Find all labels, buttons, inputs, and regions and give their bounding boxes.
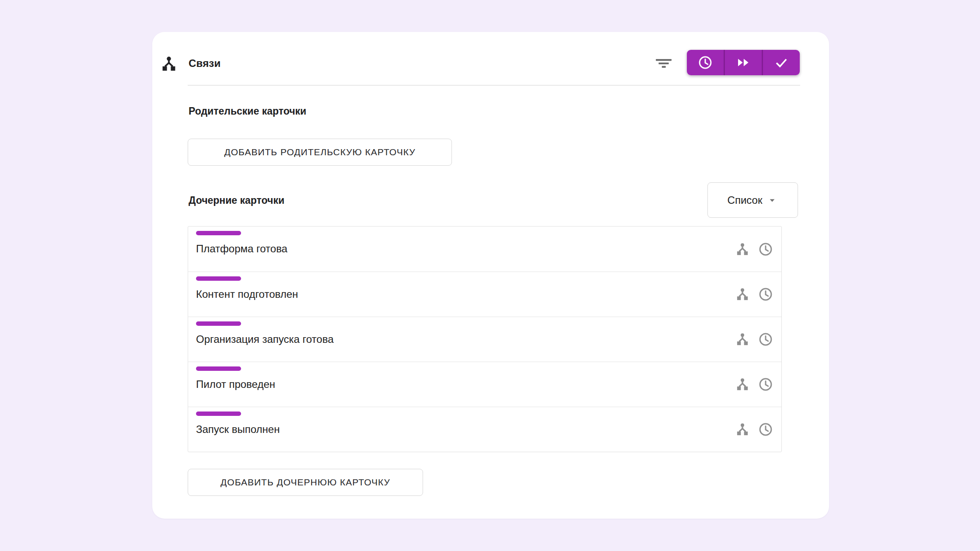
- page-title: Связи: [189, 57, 220, 70]
- card-indicators: [735, 377, 774, 392]
- relations-icon: [735, 332, 749, 346]
- view-mode-dropdown[interactable]: Список: [707, 182, 798, 218]
- child-card-row[interactable]: Платформа готова: [188, 227, 781, 272]
- clock-icon: [758, 331, 774, 347]
- filter-button[interactable]: [652, 54, 675, 73]
- card-color-bar: [196, 412, 241, 416]
- fast-forward-icon: [735, 55, 751, 70]
- relations-panel: Связи: [152, 32, 829, 519]
- relations-icon: [735, 422, 749, 436]
- card-title: Контент подготовлен: [196, 288, 298, 301]
- card-action-button-group: [687, 50, 800, 75]
- card-indicators: [735, 422, 774, 437]
- relations-icon: [735, 287, 749, 301]
- add-child-card-button[interactable]: ДОБАВИТЬ ДОЧЕРНЮЮ КАРТОЧКУ: [188, 469, 423, 496]
- card-indicators: [735, 286, 774, 302]
- relations-icon: [735, 242, 749, 256]
- app-background: { "header": { "title": "Связи", "icon": …: [0, 0, 980, 551]
- parent-cards-label: Родительские карточки: [189, 105, 306, 117]
- filter-icon: [656, 58, 672, 69]
- clock-icon: [758, 241, 774, 257]
- check-icon: [774, 55, 789, 70]
- relations-icon: [735, 377, 749, 391]
- card-color-bar: [196, 231, 241, 235]
- card-title: Организация запуска готова: [196, 333, 333, 346]
- card-title: Пилот проведен: [196, 378, 275, 391]
- clock-icon: [758, 286, 774, 302]
- header-divider: [188, 85, 800, 86]
- caret-down-icon: [766, 195, 778, 206]
- relations-icon: [161, 56, 177, 72]
- card-color-bar: [196, 321, 241, 326]
- add-parent-card-button[interactable]: ДОБАВИТЬ РОДИТЕЛЬСКУЮ КАРТОЧКУ: [188, 139, 452, 166]
- fast-forward-button[interactable]: [724, 50, 762, 75]
- card-indicators: [735, 241, 774, 257]
- clock-icon: [758, 422, 774, 437]
- clock-icon: [697, 55, 713, 70]
- clock-icon: [758, 377, 774, 392]
- card-color-bar: [196, 276, 241, 281]
- card-title: Платформа готова: [196, 242, 287, 255]
- child-cards-label: Дочерние карточки: [189, 195, 284, 206]
- child-card-row[interactable]: Запуск выполнен: [188, 407, 781, 452]
- done-button[interactable]: [762, 50, 800, 75]
- card-color-bar: [196, 366, 241, 371]
- child-cards-list: Платформа готова Конте: [188, 226, 782, 452]
- card-indicators: [735, 331, 774, 347]
- view-mode-value: Список: [728, 194, 763, 206]
- time-button[interactable]: [687, 50, 724, 75]
- child-card-row[interactable]: Организация запуска готова: [188, 317, 781, 362]
- card-title: Запуск выполнен: [196, 423, 280, 436]
- child-card-row[interactable]: Контент подготовлен: [188, 272, 781, 317]
- child-card-row[interactable]: Пилот проведен: [188, 362, 781, 407]
